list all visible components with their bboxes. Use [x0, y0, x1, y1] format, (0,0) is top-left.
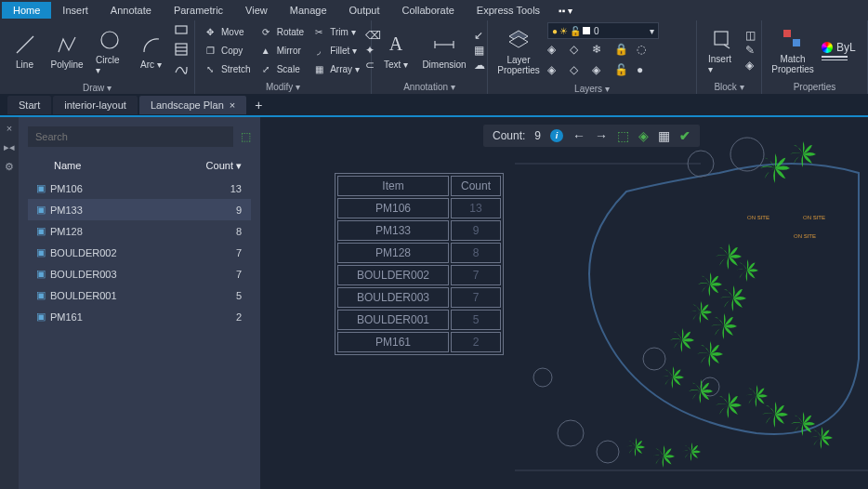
- info-icon[interactable]: i: [550, 129, 563, 142]
- landscape-drawing: ON SITE ON SITE ON SITE: [515, 117, 868, 489]
- panel-layers-label[interactable]: Layers ▾: [488, 82, 696, 96]
- spline-icon[interactable]: [174, 61, 189, 79]
- palette-row[interactable]: ▣PM1288: [28, 220, 251, 242]
- next-arrow-icon[interactable]: →: [595, 128, 608, 143]
- table-row[interactable]: PM1288: [337, 243, 501, 263]
- scale-icon: ⤢: [258, 61, 273, 76]
- layer-iso-icon[interactable]: ◇: [570, 43, 586, 59]
- table-row[interactable]: BOULDER0037: [337, 287, 501, 308]
- layer-dropdown[interactable]: ● ☀ 🔓 0 ▾: [547, 22, 659, 39]
- rotate-button[interactable]: ⟳Rotate: [256, 23, 306, 40]
- scale-button[interactable]: ⤢Scale: [256, 60, 306, 77]
- isolate-icon[interactable]: ◈: [638, 128, 649, 143]
- leader-icon[interactable]: ↙: [474, 29, 485, 42]
- prev-arrow-icon[interactable]: ←: [572, 128, 585, 143]
- palette-row[interactable]: ▣BOULDER0027: [28, 242, 251, 263]
- block-create-icon[interactable]: ◫: [745, 29, 756, 42]
- confirm-check-icon[interactable]: ✔: [679, 128, 690, 143]
- panel-annotation-label[interactable]: Annotation ▾: [372, 80, 487, 94]
- palette-row-name: BOULDER003: [50, 269, 201, 280]
- close-palette-icon[interactable]: ×: [7, 123, 12, 134]
- menu-overflow-icon[interactable]: ▪▪ ▾: [559, 6, 572, 16]
- drawing-canvas[interactable]: Count: 9 i ← → ⬚ ◈ ▦ ✔ Item Count PM1061…: [260, 117, 868, 489]
- table-icon[interactable]: ▦: [474, 44, 485, 57]
- polyline-button[interactable]: Polyline: [47, 30, 86, 72]
- lineweight-control[interactable]: [822, 56, 856, 58]
- panel-block-label[interactable]: Block ▾: [697, 80, 761, 94]
- trim-button[interactable]: ✂Trim ▾: [309, 23, 362, 40]
- menu-tab-parametric[interactable]: Parametric: [163, 2, 234, 19]
- palette-row[interactable]: ▣BOULDER0015: [28, 284, 251, 306]
- menu-tab-express[interactable]: Express Tools: [466, 2, 551, 19]
- palette-row[interactable]: ▣PM1612: [28, 306, 251, 327]
- line-button[interactable]: Line: [6, 30, 44, 72]
- select-object-icon[interactable]: ⬚: [241, 130, 251, 143]
- palette-row[interactable]: ▣PM1339: [28, 199, 251, 220]
- layer-prev-icon[interactable]: ◇: [570, 63, 586, 80]
- hatch-icon[interactable]: [174, 42, 189, 59]
- rotate-label: Rotate: [277, 27, 304, 37]
- layer-unlock-icon[interactable]: 🔓: [614, 63, 631, 80]
- palette-row[interactable]: ▣PM10613: [28, 178, 251, 199]
- layer-lock-icon[interactable]: 🔒: [614, 43, 631, 59]
- mirror-button[interactable]: ▲Mirror: [256, 42, 306, 59]
- menu-tab-collaborate[interactable]: Collaborate: [391, 2, 466, 19]
- add-tab-button[interactable]: +: [248, 98, 269, 112]
- doctab-start[interactable]: Start: [7, 96, 51, 114]
- cloud-icon[interactable]: ☁: [474, 59, 485, 72]
- arc-button[interactable]: Arc ▾: [132, 30, 170, 72]
- text-button[interactable]: A Text ▾: [377, 30, 414, 72]
- layer-on-icon[interactable]: ●: [637, 63, 653, 80]
- layer-state-icon[interactable]: ◈: [547, 43, 564, 59]
- svg-point-1: [101, 32, 118, 48]
- circle-button[interactable]: Circle ▾: [90, 25, 128, 77]
- stretch-button[interactable]: ⤡Stretch: [201, 60, 253, 77]
- doctab-interior[interactable]: interior-layout: [53, 96, 138, 114]
- table-row[interactable]: PM1612: [337, 332, 501, 352]
- panel-draw-label[interactable]: Draw ▾: [0, 81, 194, 95]
- palette-row-name: PM128: [50, 226, 201, 237]
- table-row[interactable]: BOULDER0027: [337, 265, 501, 285]
- color-control[interactable]: ByL: [822, 41, 856, 54]
- fillet-button[interactable]: ◞Fillet ▾: [309, 42, 362, 59]
- doctab-landscape[interactable]: Landscape Plan×: [139, 96, 246, 114]
- layer-walk-icon[interactable]: ◈: [592, 63, 609, 80]
- drawing-count-table[interactable]: Item Count PM10613PM1339PM1288BOULDER002…: [335, 173, 504, 355]
- dimension-button[interactable]: Dimension: [418, 30, 470, 72]
- search-input[interactable]: [28, 126, 233, 147]
- palette-row[interactable]: ▣BOULDER0037: [28, 263, 251, 284]
- move-icon: ✥: [203, 24, 217, 39]
- block-edit-icon[interactable]: ✎: [745, 44, 756, 57]
- rectangle-icon[interactable]: [174, 22, 189, 40]
- palette-header-count[interactable]: Count ▾: [201, 160, 247, 172]
- zoom-extents-icon[interactable]: ⬚: [617, 128, 629, 143]
- layer-off-icon[interactable]: ◌: [637, 43, 653, 59]
- move-button[interactable]: ✥Move: [201, 23, 253, 40]
- table-row[interactable]: PM1339: [337, 220, 501, 241]
- close-icon[interactable]: ×: [230, 99, 235, 111]
- table-row[interactable]: BOULDER0015: [337, 310, 501, 330]
- menu-tab-view[interactable]: View: [234, 2, 279, 19]
- linetype-control[interactable]: [822, 59, 856, 60]
- panel-properties-label[interactable]: Properties: [762, 80, 867, 94]
- menu-tab-home[interactable]: Home: [2, 2, 51, 19]
- layer-freeze-icon[interactable]: ❄: [592, 43, 609, 59]
- menu-tab-output[interactable]: Output: [338, 2, 391, 19]
- array-button[interactable]: ▦Array ▾: [309, 60, 362, 77]
- menu-tab-insert[interactable]: Insert: [51, 2, 99, 19]
- table-insert-icon[interactable]: ▦: [658, 128, 670, 143]
- table-row[interactable]: PM10613: [337, 198, 501, 218]
- menu-tab-annotate[interactable]: Annotate: [99, 2, 163, 19]
- block-attr-icon[interactable]: ◈: [745, 59, 756, 72]
- menu-tab-manage[interactable]: Manage: [279, 2, 338, 19]
- match-properties-button[interactable]: Match Properties: [768, 24, 818, 76]
- layer-properties-button[interactable]: Layer Properties: [493, 25, 544, 77]
- panel-modify-label[interactable]: Modify ▾: [195, 80, 371, 94]
- insert-button[interactable]: Insert ▾: [703, 24, 742, 76]
- gear-icon[interactable]: ⚙: [5, 161, 14, 173]
- dock-icon[interactable]: ▸◂: [4, 141, 15, 153]
- layer-color-swatch: [583, 27, 590, 34]
- palette-header-name[interactable]: Name: [32, 160, 201, 172]
- layer-match-icon[interactable]: ◈: [547, 63, 564, 80]
- copy-button[interactable]: ❐Copy: [201, 42, 253, 59]
